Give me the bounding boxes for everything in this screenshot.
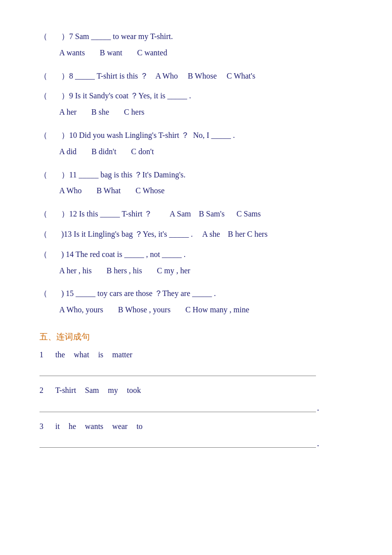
question-10: （ ） 10 Did you wash Lingling's T-shirt ？… bbox=[39, 128, 353, 164]
word-2-2: Sam bbox=[85, 383, 99, 398]
question-8: （ ） 8 _____ T-shirt is this ？ A Who B Wh… bbox=[39, 69, 353, 85]
q11-paren-left: （ bbox=[39, 168, 47, 182]
word-2-4: took bbox=[127, 383, 141, 398]
q7-option-a: A wants bbox=[59, 46, 85, 60]
q9-options: A her B she C hers bbox=[59, 105, 353, 120]
q15-options: A Who, yours B Whose , yours C How many … bbox=[59, 303, 353, 317]
q11-paren-right: ） bbox=[61, 168, 69, 182]
word-2-1: T-shirt bbox=[55, 383, 76, 398]
words-line-2: 2 T-shirt Sam my took bbox=[39, 383, 353, 398]
q15-text: ) 15 _____ toy cars are those ？They are … bbox=[61, 287, 353, 301]
q14-paren-left: （ bbox=[39, 248, 47, 262]
q10-option-b: B didn't bbox=[91, 145, 116, 159]
word-1-4: matter bbox=[112, 347, 132, 362]
q12-bracket bbox=[47, 207, 61, 221]
word-3-3: wants bbox=[85, 419, 103, 434]
q15-option-c: C How many , mine bbox=[185, 303, 249, 317]
q7-paren-left: （ bbox=[39, 30, 47, 44]
q15-option-a: A Who, yours bbox=[59, 303, 103, 317]
question-13: （ )13 Is it Lingling's bag ？Yes, it's __… bbox=[39, 227, 353, 244]
q8-paren-right: ） bbox=[61, 69, 69, 84]
q9-option-a: A her bbox=[59, 105, 77, 120]
q11-text: 11 _____ bag is this ？It's Daming's. bbox=[69, 168, 353, 182]
word-rearrange-1: 1 the what is matter bbox=[39, 347, 353, 376]
question-11: （ ） 11 _____ bag is this ？It's Daming's.… bbox=[39, 168, 353, 204]
question-14: （ ) 14 The red coat is _____ , not _____… bbox=[39, 248, 353, 283]
q11-bracket bbox=[47, 168, 61, 182]
q10-bracket bbox=[47, 128, 61, 143]
word-rearrange-2: 2 T-shirt Sam my took . bbox=[39, 383, 353, 412]
q9-paren-left: （ bbox=[39, 89, 47, 103]
answer-line-3 bbox=[39, 437, 316, 448]
question-15: （ ) 15 _____ toy cars are those ？They ar… bbox=[39, 287, 353, 322]
word-rearrange-3: 3 it he wants wear to . bbox=[39, 419, 353, 448]
section-title: 五、连词成句 bbox=[39, 331, 353, 342]
word-3-1: it bbox=[55, 419, 60, 434]
q15-option-b: B Whose , yours bbox=[118, 303, 170, 317]
word-3-2: he bbox=[69, 419, 76, 434]
q11-option-c: C Whose bbox=[136, 184, 165, 198]
sentence-end-dot-3: . bbox=[317, 439, 319, 448]
q13-text: )13 Is it Lingling's bag ？Yes, it's ____… bbox=[61, 227, 353, 242]
q9-bracket bbox=[47, 89, 61, 103]
q14-option-b: B hers , his bbox=[107, 264, 142, 278]
word-num-3: 3 bbox=[39, 419, 46, 434]
words-line-3: 3 it he wants wear to bbox=[39, 419, 353, 434]
word-1-3: is bbox=[98, 347, 104, 362]
q7-options: A wants B want C wanted bbox=[59, 46, 353, 60]
word-1-1: the bbox=[55, 347, 65, 362]
word-3-5: to bbox=[136, 419, 142, 434]
q14-text: ) 14 The red coat is _____ , not _____ . bbox=[61, 248, 353, 262]
question-9: （ ） 9 Is it Sandy's coat ？Yes, it is ___… bbox=[39, 89, 353, 125]
word-2-3: my bbox=[108, 383, 118, 398]
q15-bracket bbox=[47, 287, 61, 301]
question-12: （ ） 12 Is this _____ T-shirt ？ A Sam B S… bbox=[39, 207, 353, 223]
word-num-1: 1 bbox=[39, 347, 46, 362]
q10-paren-right: ） bbox=[61, 128, 69, 143]
q7-paren-right: ） bbox=[61, 30, 69, 44]
answer-line-3-container: . bbox=[39, 437, 353, 448]
q8-paren-left: （ bbox=[39, 69, 47, 84]
words-line-1: 1 the what is matter bbox=[39, 347, 353, 362]
q10-text: 10 Did you wash Lingling's T-shirt ？ No,… bbox=[69, 128, 353, 143]
q10-option-c: C don't bbox=[131, 145, 154, 159]
q7-text: 7 Sam _____ to wear my T-shirt. bbox=[69, 30, 353, 44]
q15-paren-left: （ bbox=[39, 287, 47, 301]
q9-option-c: C hers bbox=[124, 105, 144, 120]
q9-text: 9 Is it Sandy's coat ？Yes, it is _____ . bbox=[69, 89, 353, 103]
q8-bracket bbox=[47, 69, 61, 84]
q12-paren-left: （ bbox=[39, 207, 47, 221]
sentence-end-dot-2: . bbox=[317, 403, 319, 412]
q10-paren-left: （ bbox=[39, 128, 47, 143]
q9-option-b: B she bbox=[91, 105, 109, 120]
q10-options: A did B didn't C don't bbox=[59, 145, 353, 159]
question-7: （ ） 7 Sam _____ to wear my T-shirt. A wa… bbox=[39, 30, 353, 65]
answer-line-2 bbox=[39, 401, 316, 412]
q14-options: A her , his B hers , his C my , her bbox=[59, 264, 353, 278]
word-3-4: wear bbox=[112, 419, 127, 434]
q13-bracket bbox=[47, 227, 61, 242]
q11-option-a: A Who bbox=[59, 184, 81, 198]
word-1-2: what bbox=[74, 347, 89, 362]
q12-paren-right: ） bbox=[61, 207, 69, 221]
q9-paren-right: ） bbox=[61, 89, 69, 103]
q14-option-a: A her , his bbox=[59, 264, 92, 278]
q11-option-b: B What bbox=[96, 184, 120, 198]
q7-bracket bbox=[47, 30, 61, 44]
q13-paren-left: （ bbox=[39, 227, 47, 242]
word-num-2: 2 bbox=[39, 383, 46, 398]
q12-text: 12 Is this _____ T-shirt ？ A Sam B Sam's… bbox=[69, 207, 353, 221]
q14-option-c: C my , her bbox=[157, 264, 191, 278]
q10-option-a: A did bbox=[59, 145, 77, 159]
q7-option-b: B want bbox=[100, 46, 122, 60]
answer-line-2-container: . bbox=[39, 401, 353, 412]
answer-line-1 bbox=[39, 365, 316, 376]
q7-option-c: C wanted bbox=[137, 46, 167, 60]
q14-bracket bbox=[47, 248, 61, 262]
q8-text: 8 _____ T-shirt is this ？ A Who B Whose … bbox=[69, 69, 353, 84]
q11-options: A Who B What C Whose bbox=[59, 184, 353, 198]
